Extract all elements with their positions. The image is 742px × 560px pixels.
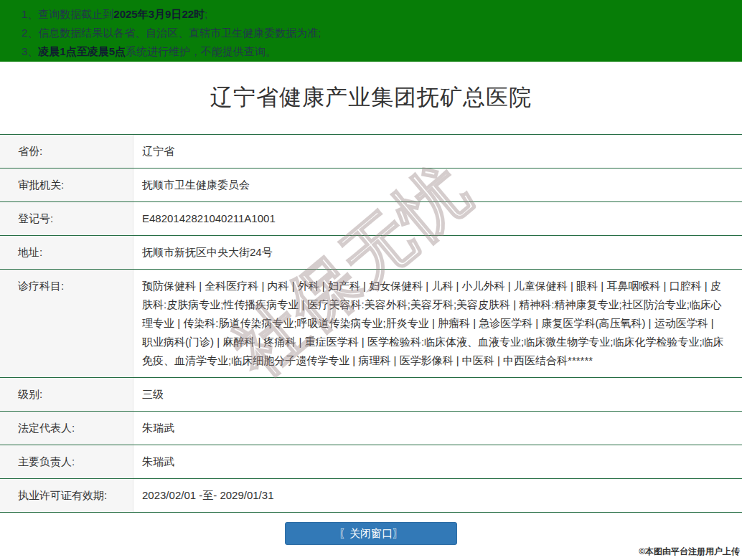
- notice-text: 查询数据截止到: [38, 8, 113, 20]
- notice-line-3: 3、凌晨1点至凌晨5点系统进行维护，不能提供查询。: [22, 42, 735, 61]
- table-row-province: 省份: 辽宁省: [0, 135, 742, 169]
- page-title: 辽宁省健康产业集团抚矿总医院: [0, 82, 742, 113]
- button-area: 〖关闭窗口〗: [0, 522, 742, 545]
- row-value: 朱瑞武: [133, 445, 742, 478]
- notice-line-2: 2、信息数据结果以各省、自治区、直辖市卫生健康委数据为准;: [22, 24, 735, 42]
- row-value: E4820142821040211A1001: [133, 202, 742, 235]
- row-label: 省份:: [0, 135, 133, 168]
- row-label: 登记号:: [0, 202, 133, 235]
- table-row-registration-number: 登记号: E4820142821040211A1001: [0, 202, 742, 236]
- notice-text: 信息数据结果以各省、自治区、直辖市卫生健康委数据为准;: [38, 27, 321, 39]
- hospital-info-table: 省份: 辽宁省 审批机关: 抚顺市卫生健康委员会 登记号: E482014282…: [0, 134, 742, 513]
- notice-number: 2、: [22, 27, 38, 39]
- table-row-medical-subjects: 诊疗科目: 预防保健科 | 全科医疗科 | 内科 | 外科 | 妇产科 | 妇女…: [0, 270, 742, 378]
- table-row-address: 地址: 抚顺市新抚区中央大街24号: [0, 236, 742, 270]
- row-label: 执业许可证有效期:: [0, 479, 133, 512]
- close-window-button[interactable]: 〖关闭窗口〗: [285, 522, 457, 545]
- row-value: 朱瑞武: [133, 412, 742, 445]
- notice-line-1: 1、查询数据截止到2025年3月9日22时;: [22, 5, 735, 24]
- row-label: 审批机关:: [0, 169, 133, 201]
- row-value: 抚顺市新抚区中央大街24号: [133, 236, 742, 269]
- notice-number: 3、: [22, 45, 38, 57]
- row-value: 三级: [133, 378, 742, 411]
- row-label: 诊疗科目:: [0, 270, 133, 377]
- row-label: 主要负责人:: [0, 445, 133, 478]
- table-row-approval-authority: 审批机关: 抚顺市卫生健康委员会: [0, 169, 742, 202]
- table-row-license-validity: 执业许可证有效期: 2023/02/01 -至- 2029/01/31: [0, 479, 742, 513]
- row-label: 法定代表人:: [0, 412, 133, 445]
- notice-bold-text: 凌晨1点至凌晨5点: [38, 45, 126, 57]
- image-credit: ©本图由平台注册用户上传: [639, 546, 740, 558]
- notice-text: ;: [205, 8, 207, 20]
- notice-text: 系统进行维护，不能提供查询。: [126, 45, 276, 57]
- row-value: 抚顺市卫生健康委员会: [133, 169, 742, 201]
- table-row-legal-representative: 法定代表人: 朱瑞武: [0, 412, 742, 445]
- table-row-level: 级别: 三级: [0, 378, 742, 412]
- notice-bold-text: 2025年3月9日22时: [113, 8, 205, 20]
- row-label: 级别:: [0, 378, 133, 411]
- notice-bar: 1、查询数据截止到2025年3月9日22时; 2、信息数据结果以各省、自治区、直…: [0, 0, 742, 62]
- notice-number: 1、: [22, 8, 38, 20]
- row-value: 预防保健科 | 全科医疗科 | 内科 | 外科 | 妇产科 | 妇女保健科 | …: [133, 270, 742, 377]
- row-value: 辽宁省: [133, 135, 742, 168]
- table-row-person-in-charge: 主要负责人: 朱瑞武: [0, 445, 742, 479]
- row-label: 地址:: [0, 236, 133, 269]
- row-value: 2023/02/01 -至- 2029/01/31: [133, 479, 742, 512]
